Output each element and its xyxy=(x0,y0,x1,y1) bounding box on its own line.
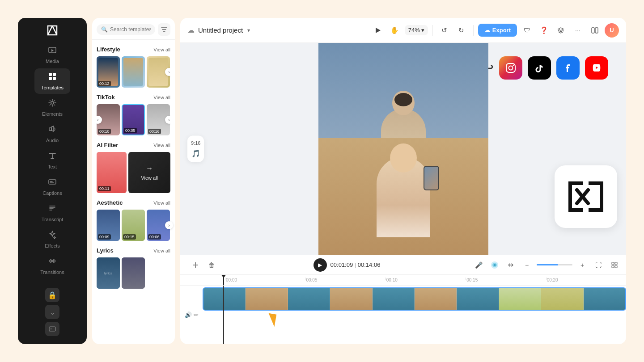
panel-search-bar: 🔍 xyxy=(92,18,175,40)
svg-point-8 xyxy=(51,101,54,104)
sidebar-item-transcript[interactable]: Transcript xyxy=(34,200,70,226)
topbar-divider-1 xyxy=(432,25,433,36)
lifestyle-section-header: Lifestyle View all xyxy=(97,46,170,53)
tiktok-format-icon[interactable]: 🎵 xyxy=(191,149,200,158)
lyrics-grid: lyrics xyxy=(97,257,170,289)
youtube-icon[interactable] xyxy=(585,56,608,80)
zoom-in-button[interactable]: + xyxy=(576,259,589,271)
track-area: 🔊 ✏ Dir Template xyxy=(180,286,626,344)
split-view-button[interactable] xyxy=(588,23,602,38)
search-input[interactable] xyxy=(110,26,151,33)
ai-view-all-label: View all xyxy=(141,175,158,181)
svg-rect-6 xyxy=(49,77,52,80)
sidebar-item-effects[interactable]: Effects xyxy=(34,227,70,252)
sidebar-item-media[interactable]: Media xyxy=(34,42,70,67)
fullscreen-button[interactable]: ⛶ xyxy=(592,259,605,271)
split-clip-button[interactable] xyxy=(189,259,202,271)
timeline-edit-icons: 🗑 xyxy=(186,259,221,271)
more-options-button[interactable]: ··· xyxy=(571,23,585,38)
template-thumb-tt-2[interactable]: 00:05 xyxy=(122,104,145,135)
shield-icon-btn[interactable]: 🛡 xyxy=(520,23,534,38)
template-thumb-ae-1[interactable]: 00:09 xyxy=(97,210,120,241)
chevron-down-icon-btn[interactable]: ⌄ xyxy=(45,305,59,319)
redo-button[interactable]: ↻ xyxy=(454,23,469,38)
instagram-icon[interactable] xyxy=(499,56,522,80)
tiktok-section-header: TikTok View all xyxy=(97,94,170,101)
ai-filter-view-all[interactable]: View all xyxy=(153,143,170,148)
template-thumb-ly-1[interactable]: lyrics xyxy=(97,257,120,289)
lyrics-view-all[interactable]: View all xyxy=(153,248,170,253)
export-label: Export xyxy=(492,27,511,34)
audio-icon xyxy=(48,125,57,136)
help-icon-btn[interactable]: ❓ xyxy=(537,23,551,38)
sidebar-audio-label: Audio xyxy=(46,138,59,143)
audio-mix-button[interactable] xyxy=(504,259,517,271)
lifestyle-view-all[interactable]: View all xyxy=(153,47,170,52)
volume-icon[interactable]: 🔊 xyxy=(185,311,192,318)
zoom-out-button[interactable]: − xyxy=(521,259,533,271)
timeline-cursor xyxy=(223,286,224,344)
zoom-slider-track[interactable] xyxy=(537,264,572,265)
template-thumb-ls-2[interactable] xyxy=(122,56,145,88)
template-thumb-ls-1[interactable]: 00:12 xyxy=(97,56,120,88)
caption-cc-icon-btn[interactable] xyxy=(45,322,59,336)
templates-panel: 🔍 Lifestyle View all 00:12 xyxy=(92,18,175,344)
user-avatar[interactable]: U xyxy=(605,23,619,38)
svg-line-1 xyxy=(48,26,52,35)
layers-icon-btn[interactable] xyxy=(554,23,568,38)
social-share-overlay: ↪ xyxy=(482,56,608,80)
video-track[interactable]: Dir Template xyxy=(203,287,626,311)
timeline-play-button[interactable]: ▶ xyxy=(314,258,327,272)
sidebar-item-captions[interactable]: Captions xyxy=(34,174,70,199)
sidebar-item-templates[interactable]: Templates xyxy=(34,68,70,94)
ruler-marks: 00:00 00:05 00:10 00:15 00:20 xyxy=(225,278,626,282)
sidebar-bottom: 🔒 ⌄ xyxy=(45,288,59,340)
current-time: 00:01:09 xyxy=(330,261,353,268)
play-preview-button[interactable] xyxy=(371,23,385,38)
zoom-selector[interactable]: 74% ▾ xyxy=(405,25,428,35)
svg-rect-25 xyxy=(612,262,614,265)
aesthetic-view-all[interactable]: View all xyxy=(153,200,170,206)
edit-track-icon[interactable]: ✏ xyxy=(194,311,199,318)
svg-marker-12 xyxy=(376,28,381,33)
microphone-button[interactable]: 🎤 xyxy=(472,259,485,271)
svg-rect-7 xyxy=(53,77,56,80)
project-dropdown-arrow[interactable]: ▾ xyxy=(247,27,250,34)
tiktok-scroll-right[interactable]: › xyxy=(165,116,170,124)
template-thumb-ly-2[interactable] xyxy=(122,257,145,289)
template-thumb-ae-2[interactable]: 00:15 xyxy=(122,210,145,241)
transcript-icon xyxy=(48,204,57,215)
layout-button[interactable] xyxy=(608,259,621,271)
ruler-mark-1: 00:05 xyxy=(305,278,385,282)
cloud-save-icon: ☁ xyxy=(187,26,195,34)
template-thumb-ai-1[interactable]: 00:11 xyxy=(97,152,127,193)
tiktok-social-icon[interactable] xyxy=(528,56,551,80)
ai-filter-title: AI Filter xyxy=(97,142,118,148)
lock-icon-btn[interactable]: 🔒 xyxy=(45,288,59,302)
voice-button[interactable] xyxy=(488,259,501,271)
tiktok-view-all[interactable]: View all xyxy=(153,95,170,100)
hand-tool-button[interactable]: ✋ xyxy=(388,23,402,38)
ruler-mark-4: 00:20 xyxy=(546,278,626,282)
facebook-icon[interactable] xyxy=(556,56,580,80)
export-cloud-icon: ☁ xyxy=(484,27,490,34)
sidebar-item-elements[interactable]: Elements xyxy=(34,95,70,120)
sidebar-item-audio[interactable]: Audio xyxy=(34,121,70,147)
ai-view-all-card[interactable]: → View all xyxy=(128,152,170,193)
lifestyle-scroll-right[interactable]: › xyxy=(165,68,170,76)
svg-rect-14 xyxy=(595,28,598,33)
sidebar-item-transitions[interactable]: Transitions xyxy=(34,253,70,278)
ai-filter-section-header: AI Filter View all xyxy=(97,142,170,148)
sidebar-elements-label: Elements xyxy=(42,111,63,117)
aesthetic-scroll-right[interactable]: › xyxy=(165,221,173,229)
elements-icon xyxy=(48,98,57,109)
export-button[interactable]: ☁ Export xyxy=(478,24,517,37)
undo-button[interactable]: ↺ xyxy=(437,23,452,38)
svg-rect-4 xyxy=(49,73,52,76)
delete-clip-button[interactable]: 🗑 xyxy=(205,259,218,271)
search-box[interactable]: 🔍 xyxy=(97,24,155,35)
svg-rect-9 xyxy=(49,128,51,130)
sidebar-item-text[interactable]: Text xyxy=(34,147,70,173)
time-separator: | xyxy=(355,261,358,268)
filter-button[interactable] xyxy=(158,23,170,36)
